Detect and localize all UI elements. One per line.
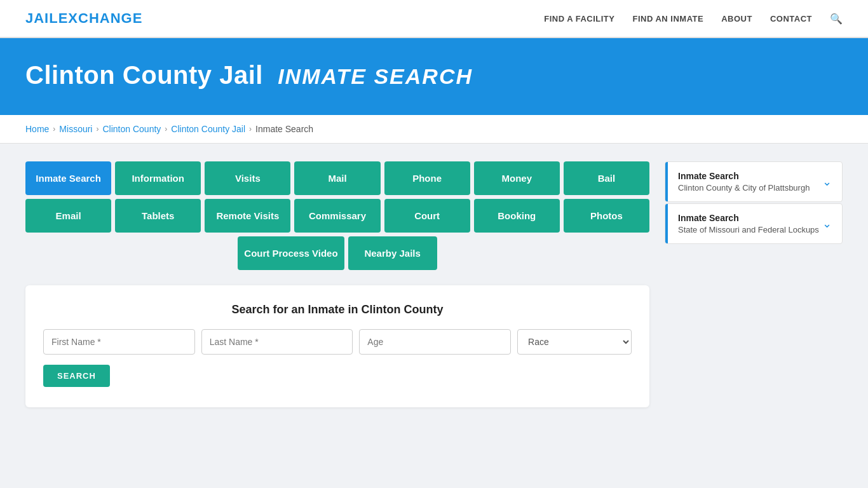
sidebar-card-1-header[interactable]: Inmate Search Clinton County & City of P…: [665, 162, 842, 201]
breadcrumb-clinton-county[interactable]: Clinton County: [102, 124, 161, 134]
breadcrumb-home[interactable]: Home: [25, 124, 49, 134]
hero-title-sub: INMATE SEARCH: [278, 64, 473, 88]
sidebar-card-1-heading: Inmate Search: [678, 171, 810, 181]
main-nav: FIND A FACILITY FIND AN INMATE ABOUT CON…: [544, 13, 843, 25]
nav-find-facility[interactable]: FIND A FACILITY: [544, 14, 614, 24]
left-column: Inmate Search Information Visits Mail Ph…: [25, 161, 649, 407]
breadcrumb-missouri[interactable]: Missouri: [59, 124, 92, 134]
chevron-down-icon-1: ⌄: [822, 175, 832, 189]
search-title: Search for an Inmate in Clinton County: [43, 303, 632, 316]
hero-banner: Clinton County Jail INMATE SEARCH: [0, 38, 868, 115]
race-select[interactable]: Race White Black Hispanic Asian Other: [517, 329, 632, 355]
nav-about[interactable]: ABOUT: [721, 14, 752, 24]
breadcrumb-sep-2: ›: [96, 125, 98, 133]
section-nav-buttons: Inmate Search Information Visits Mail Ph…: [25, 161, 649, 270]
sidebar-card-2-heading: Inmate Search: [678, 213, 819, 223]
btn-booking[interactable]: Booking: [474, 199, 560, 233]
site-header: JAILEXCHANGE FIND A FACILITY FIND AN INM…: [0, 0, 868, 38]
btn-court-process-video[interactable]: Court Process Video: [238, 236, 344, 270]
btn-visits[interactable]: Visits: [205, 161, 290, 195]
hero-title: Clinton County Jail INMATE SEARCH: [25, 61, 843, 90]
sidebar-card-2: Inmate Search State of Missouri and Fede…: [665, 203, 843, 244]
right-sidebar: Inmate Search Clinton County & City of P…: [665, 161, 843, 245]
breadcrumb-current: Inmate Search: [255, 124, 313, 134]
sidebar-card-2-subtext: State of Missouri and Federal Lockups: [678, 225, 819, 234]
chevron-down-icon-2: ⌄: [822, 217, 832, 231]
nav-button-row-1: Inmate Search Information Visits Mail Ph…: [25, 161, 649, 195]
breadcrumb-clinton-jail[interactable]: Clinton County Jail: [171, 124, 245, 134]
btn-money[interactable]: Money: [474, 161, 560, 195]
nav-find-inmate[interactable]: FIND AN INMATE: [632, 14, 703, 24]
search-submit-button[interactable]: SEARCH: [43, 365, 110, 387]
btn-remote-visits[interactable]: Remote Visits: [205, 199, 290, 233]
breadcrumb-bar: Home › Missouri › Clinton County › Clint…: [0, 115, 868, 144]
btn-email[interactable]: Email: [25, 199, 111, 233]
breadcrumb-sep-1: ›: [53, 125, 55, 133]
site-logo[interactable]: JAILEXCHANGE: [25, 10, 142, 27]
search-fields: Race White Black Hispanic Asian Other: [43, 329, 632, 355]
btn-commissary[interactable]: Commissary: [294, 199, 380, 233]
nav-button-row-2: Email Tablets Remote Visits Commissary C…: [25, 199, 649, 233]
logo-exchange: EXCHANGE: [58, 10, 143, 26]
btn-nearby-jails[interactable]: Nearby Jails: [348, 236, 437, 270]
breadcrumb-sep-4: ›: [249, 125, 252, 133]
btn-bail[interactable]: Bail: [564, 161, 649, 195]
inmate-search-box: Search for an Inmate in Clinton County R…: [25, 285, 649, 407]
nav-contact[interactable]: CONTACT: [770, 14, 812, 24]
sidebar-card-1-title: Inmate Search Clinton County & City of P…: [678, 171, 810, 193]
btn-phone[interactable]: Phone: [384, 161, 470, 195]
btn-court[interactable]: Court: [384, 199, 470, 233]
last-name-input[interactable]: [201, 329, 353, 355]
btn-tablets[interactable]: Tablets: [115, 199, 201, 233]
sidebar-card-2-header[interactable]: Inmate Search State of Missouri and Fede…: [665, 204, 842, 243]
btn-mail[interactable]: Mail: [294, 161, 380, 195]
logo-jail: JAIL: [25, 10, 58, 26]
nav-button-row-3: Court Process Video Nearby Jails: [25, 236, 649, 270]
btn-information[interactable]: Information: [115, 161, 201, 195]
first-name-input[interactable]: [43, 329, 195, 355]
age-input[interactable]: [359, 329, 511, 355]
sidebar-card-1-subtext: Clinton County & City of Plattsburgh: [678, 183, 810, 193]
btn-photos[interactable]: Photos: [564, 199, 649, 233]
breadcrumb: Home › Missouri › Clinton County › Clint…: [25, 124, 843, 134]
header-search-button[interactable]: 🔍: [830, 13, 843, 25]
sidebar-card-1: Inmate Search Clinton County & City of P…: [665, 161, 843, 202]
btn-inmate-search[interactable]: Inmate Search: [25, 161, 111, 195]
main-content: Inmate Search Information Visits Mail Ph…: [0, 144, 868, 425]
hero-title-main: Clinton County Jail: [25, 61, 263, 89]
breadcrumb-sep-3: ›: [165, 125, 167, 133]
sidebar-card-2-title: Inmate Search State of Missouri and Fede…: [678, 213, 819, 234]
